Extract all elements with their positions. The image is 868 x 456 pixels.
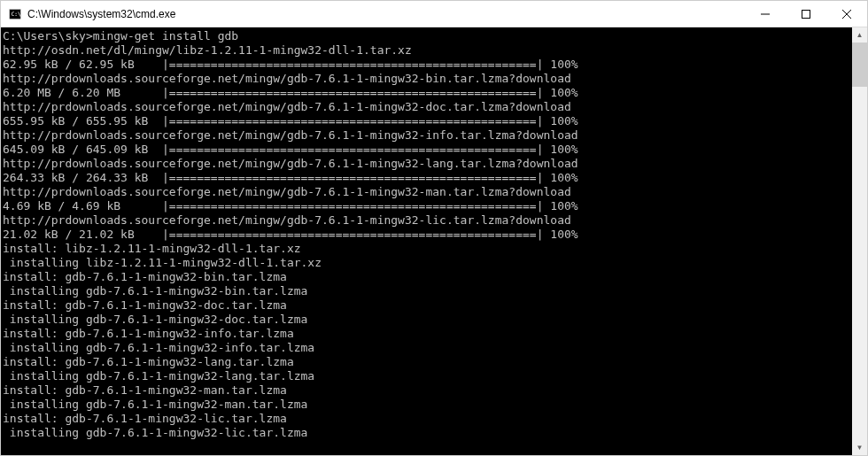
scroll-up-arrow-icon[interactable]: ▲	[852, 27, 867, 43]
svg-rect-3	[802, 10, 810, 18]
terminal-output[interactable]: C:\Users\sky>mingw-get install gdb http:…	[1, 27, 852, 455]
svg-text:C:\: C:\	[12, 10, 21, 16]
maximize-button[interactable]	[786, 1, 826, 27]
scroll-down-arrow-icon[interactable]: ▼	[852, 440, 867, 455]
scrollbar-thumb[interactable]	[852, 43, 867, 87]
window-titlebar: C:\ C:\Windows\system32\cmd.exe	[1, 1, 867, 27]
terminal-area: C:\Users\sky>mingw-get install gdb http:…	[1, 27, 867, 455]
minimize-button[interactable]	[745, 1, 786, 27]
cmd-icon: C:\	[8, 7, 22, 21]
vertical-scrollbar[interactable]: ▲ ▼	[852, 27, 867, 455]
window-title: C:\Windows\system32\cmd.exe	[27, 8, 175, 20]
close-button[interactable]	[826, 1, 867, 27]
scrollbar-track[interactable]	[852, 43, 867, 440]
